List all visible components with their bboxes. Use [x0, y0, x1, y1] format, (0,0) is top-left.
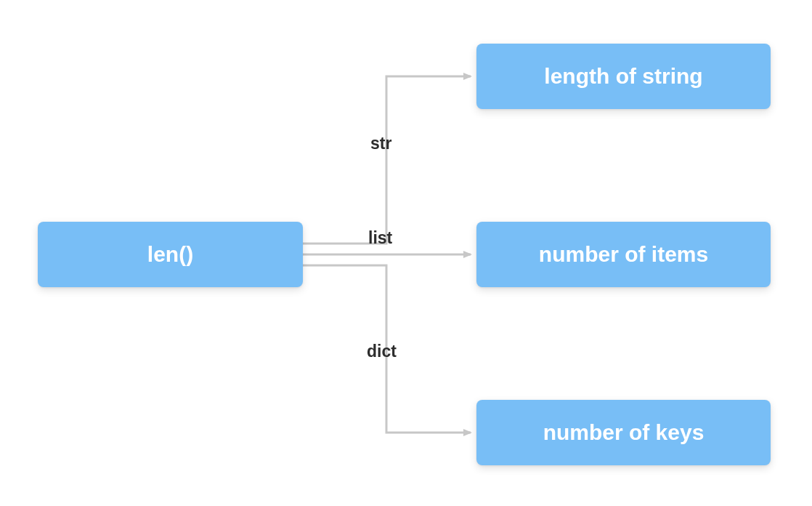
edge-label-dict: dict	[367, 342, 397, 361]
edge-arrow-str	[303, 76, 471, 244]
target-node-dict: number of keys	[476, 400, 771, 465]
target-node-label: length of string	[544, 64, 702, 89]
target-node-list: number of items	[476, 222, 771, 287]
target-node-label: number of items	[539, 242, 708, 267]
edge-label-list: list	[368, 228, 392, 248]
source-node-len: len()	[38, 222, 303, 287]
target-node-string: length of string	[476, 44, 771, 109]
edge-label-str: str	[370, 134, 391, 153]
source-node-label: len()	[147, 242, 193, 267]
target-node-label: number of keys	[543, 420, 705, 445]
